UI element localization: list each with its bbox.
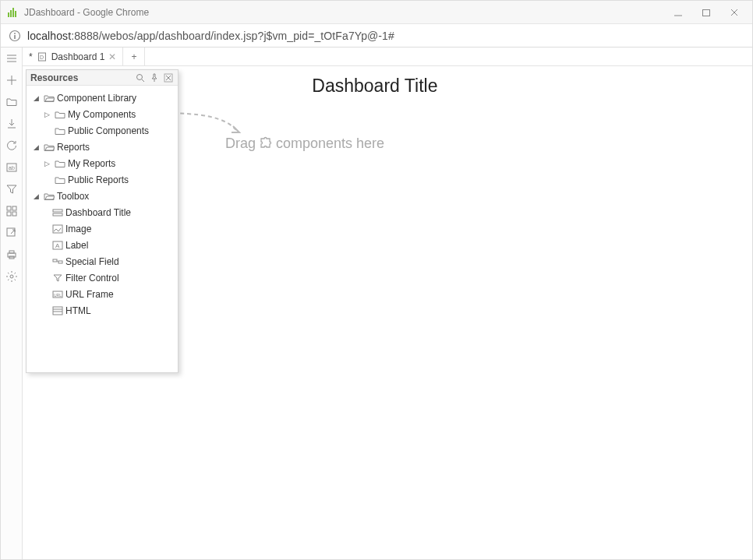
- tree-label: Public Components: [68, 125, 149, 136]
- address-bar[interactable]: localhost:8888/webos/app/dashboard/index…: [1, 24, 752, 48]
- collapse-icon[interactable]: ◢: [31, 94, 41, 102]
- tree-node-dashboard-title[interactable]: Dashboard Title: [28, 204, 176, 220]
- menu-icon[interactable]: [5, 52, 18, 65]
- expand-icon[interactable]: ▷: [42, 111, 52, 118]
- svg-text:URL: URL: [54, 292, 62, 297]
- tree-node-my-reports[interactable]: ▷ My Reports: [28, 155, 176, 171]
- new-tab-button[interactable]: +: [123, 48, 145, 65]
- tree-label: Dashboard Title: [65, 207, 131, 218]
- folder-icon: [55, 174, 65, 185]
- tree-label: Public Reports: [68, 174, 129, 185]
- tree-node-my-components[interactable]: ▷ My Components: [28, 106, 176, 122]
- svg-rect-18: [7, 206, 11, 210]
- svg-rect-36: [53, 225, 62, 233]
- special-field-icon: [52, 256, 63, 267]
- tree-label: HTML: [65, 305, 91, 316]
- svg-point-9: [14, 33, 16, 34]
- tree-node-special-field[interactable]: Special Field: [28, 253, 176, 269]
- panel-close-icon[interactable]: [163, 72, 174, 83]
- svg-rect-10: [14, 35, 16, 39]
- html-icon: [52, 305, 63, 316]
- tree-node-html[interactable]: HTML: [28, 302, 176, 319]
- tree-node-filter-control[interactable]: Filter Control: [28, 269, 176, 286]
- tree-label: My Reports: [68, 158, 115, 169]
- svg-text:ab: ab: [9, 165, 15, 171]
- svg-rect-2: [12, 8, 14, 17]
- pin-icon[interactable]: [149, 72, 160, 83]
- chrome-title-bar: JDashboard - Google Chrome: [1, 1, 752, 24]
- folder-icon: [55, 125, 65, 136]
- svg-rect-21: [12, 212, 16, 216]
- svg-rect-24: [9, 251, 14, 253]
- tree-node-image[interactable]: Image: [28, 220, 176, 237]
- collapse-icon[interactable]: ◢: [31, 192, 41, 200]
- folder-icon: [55, 109, 65, 120]
- filter-icon: [52, 273, 63, 284]
- url-text: localhost:8888/webos/app/dashboard/index…: [27, 30, 394, 42]
- tree-label: URL Frame: [65, 289, 114, 300]
- hint-text-after: components here: [276, 136, 384, 152]
- svg-rect-39: [53, 259, 57, 262]
- document-tab[interactable]: * D Dashboard 1 ✕: [23, 48, 123, 65]
- export-icon[interactable]: [5, 227, 18, 239]
- folder-open-icon: [44, 191, 55, 202]
- tree-label: Reports: [57, 142, 90, 153]
- resources-panel: Resources ◢ Component Library ▷: [26, 69, 179, 373]
- tree-label: My Components: [68, 109, 136, 120]
- text-icon[interactable]: ab: [5, 161, 18, 174]
- title-icon: [52, 207, 63, 218]
- hint-text-before: Drag: [225, 136, 256, 152]
- svg-rect-1: [10, 10, 12, 17]
- svg-rect-19: [12, 206, 16, 210]
- svg-rect-34: [53, 210, 62, 212]
- tree-node-label[interactable]: A Label: [28, 237, 176, 253]
- filter-icon[interactable]: [5, 183, 18, 195]
- tree-label: Filter Control: [65, 273, 119, 284]
- svg-line-30: [142, 79, 144, 82]
- layout-icon[interactable]: [5, 205, 18, 217]
- tree-node-toolbox[interactable]: ◢ Toolbox: [28, 188, 176, 204]
- search-icon[interactable]: [135, 72, 146, 83]
- svg-rect-40: [58, 261, 62, 263]
- image-icon: [52, 224, 63, 234]
- dashboard-canvas[interactable]: Resources ◢ Component Library ▷: [23, 66, 752, 559]
- svg-rect-35: [53, 213, 62, 216]
- settings-icon[interactable]: [5, 270, 18, 283]
- folder-icon: [55, 158, 65, 169]
- drop-zone-hint: Drag components here: [225, 135, 384, 153]
- minimize-button[interactable]: [673, 7, 684, 18]
- tree-node-component-library[interactable]: ◢ Component Library: [28, 90, 176, 106]
- url-icon: URL: [52, 289, 63, 300]
- collapse-icon[interactable]: ◢: [31, 143, 41, 151]
- svg-rect-5: [703, 9, 710, 16]
- svg-point-29: [137, 74, 143, 79]
- tree-label: Toolbox: [57, 191, 89, 202]
- panel-header[interactable]: Resources: [27, 70, 178, 86]
- svg-text:A: A: [55, 242, 60, 249]
- print-icon[interactable]: [5, 248, 18, 261]
- folder-open-icon: [44, 93, 55, 104]
- app-icon: [7, 7, 18, 18]
- tree-node-public-reports[interactable]: Public Reports: [28, 171, 176, 188]
- panel-title: Resources: [30, 72, 132, 83]
- window-controls: [673, 7, 740, 18]
- svg-rect-0: [8, 12, 9, 17]
- tab-label: Dashboard 1: [51, 51, 105, 62]
- expand-icon[interactable]: ▷: [42, 160, 52, 167]
- dashboard-title-widget[interactable]: Dashboard Title: [312, 76, 437, 97]
- tree-node-public-components[interactable]: Public Components: [28, 122, 176, 139]
- save-icon[interactable]: [5, 118, 18, 130]
- maximize-button[interactable]: [701, 7, 712, 18]
- open-icon[interactable]: [5, 96, 18, 108]
- new-icon[interactable]: [5, 74, 18, 86]
- close-button[interactable]: [729, 7, 740, 18]
- document-icon: D: [37, 51, 48, 62]
- tree-node-reports[interactable]: ◢ Reports: [28, 139, 176, 155]
- refresh-icon[interactable]: [5, 139, 18, 152]
- tab-close-icon[interactable]: ✕: [108, 51, 116, 62]
- info-icon[interactable]: [9, 30, 21, 42]
- tree-label: Special Field: [65, 256, 119, 267]
- url-path: :8888/webos/app/dashboard/index.jsp?j$vm…: [71, 30, 394, 42]
- tree-node-url-frame[interactable]: URL URL Frame: [28, 286, 176, 302]
- tree-label: Label: [65, 240, 88, 251]
